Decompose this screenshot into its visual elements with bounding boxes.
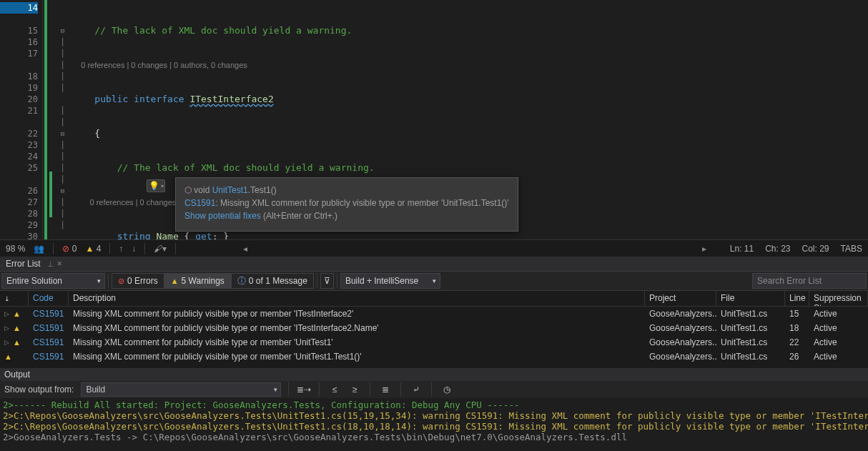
- arrow-up-icon[interactable]: ↑: [119, 244, 123, 254]
- line-gutter: 14 15 16 17 18 19 20 21 22 23 24 25 26 2…: [0, 0, 43, 239]
- brush-icon[interactable]: 🖌▾: [154, 244, 167, 254]
- change-markers: [43, 0, 57, 239]
- users-icon[interactable]: 👥: [34, 244, 44, 254]
- code-editor[interactable]: 14 15 16 17 18 19 20 21 22 23 24 25 26 2…: [0, 0, 868, 239]
- editor-status-bar: 98 % 👥 ⊘ 0 ▲ 4 ↑ ↓ 🖌▾ ◂ ▸ Ln: 11 Ch: 23 …: [0, 239, 868, 257]
- show-fixes-link[interactable]: Show potential fixes: [184, 211, 261, 221]
- errorlist-tab[interactable]: Error List ⟂ ×: [0, 257, 868, 271]
- scope-dropdown[interactable]: Entire Solution: [1, 273, 105, 289]
- output-tab[interactable]: Output: [0, 368, 868, 381]
- hover-tooltip: ⬡ void UnitTest1.Test1() CS1591: Missing…: [175, 177, 518, 232]
- goto-icon[interactable]: ≣⇢: [296, 382, 312, 397]
- errorlist-title: Error List: [6, 259, 41, 269]
- indent-mode[interactable]: TABS: [841, 244, 862, 254]
- errors-pill[interactable]: 0 Errors: [112, 273, 164, 289]
- errorlist-row[interactable]: ▷CS1591Missing XML comment for publicly …: [0, 335, 868, 350]
- show-output-label: Show output from:: [4, 385, 74, 395]
- fold-gutter[interactable]: ⊟│││││││⊟││││⊟│││: [57, 0, 68, 239]
- errorlist-row[interactable]: CS1591Missing XML comment for publicly v…: [0, 350, 868, 364]
- errorlist-row[interactable]: ▷CS1591Missing XML comment for publicly …: [0, 321, 868, 335]
- source-dropdown[interactable]: Build + IntelliSense: [340, 273, 440, 289]
- cursor-char: Ch: 23: [765, 244, 790, 254]
- errorlist-headers[interactable]: ⤓ Code Description Project File Line Sup…: [0, 291, 868, 307]
- warnings-pill[interactable]: 5 Warnings: [164, 273, 231, 289]
- close-icon[interactable]: ×: [57, 259, 62, 269]
- errorlist-row[interactable]: ▷CS1591Missing XML comment for publicly …: [0, 307, 868, 321]
- next-icon[interactable]: ≥: [347, 382, 363, 397]
- prev-icon[interactable]: ≤: [327, 382, 342, 397]
- output-toolbar: Show output from: Build ≣⇢ ≤ ≥ ≣ ⤶ ◷: [0, 381, 868, 398]
- output-body[interactable]: 2>------ Rebuild All started: Project: G…: [0, 398, 868, 451]
- errors-count[interactable]: ⊘ 0: [62, 244, 77, 254]
- errorlist-grid[interactable]: ⤓ Code Description Project File Line Sup…: [0, 291, 868, 368]
- cursor-line: Ln: 11: [730, 244, 754, 254]
- quickfix-lightbulb[interactable]: 💡▾: [147, 179, 165, 192]
- warnings-count[interactable]: ▲ 4: [85, 244, 101, 254]
- cursor-col: Col: 29: [802, 244, 829, 254]
- zoom-level[interactable]: 98 %: [6, 244, 25, 254]
- output-source-dropdown[interactable]: Build: [81, 382, 281, 397]
- wrap-icon[interactable]: ⤶: [408, 382, 424, 397]
- messages-pill[interactable]: 0 of 1 Message: [231, 273, 314, 289]
- pin-icon[interactable]: ⟂: [48, 259, 53, 269]
- filter-icon[interactable]: ⊽: [320, 273, 334, 289]
- clear-icon[interactable]: ≣: [378, 382, 393, 397]
- errorlist-toolbar: Entire Solution 0 Errors 5 Warnings 0 of…: [0, 271, 868, 291]
- arrow-down-icon[interactable]: ↓: [132, 244, 136, 254]
- errorlist-search[interactable]: Search Error List: [752, 273, 867, 289]
- timer-icon[interactable]: ◷: [439, 382, 455, 397]
